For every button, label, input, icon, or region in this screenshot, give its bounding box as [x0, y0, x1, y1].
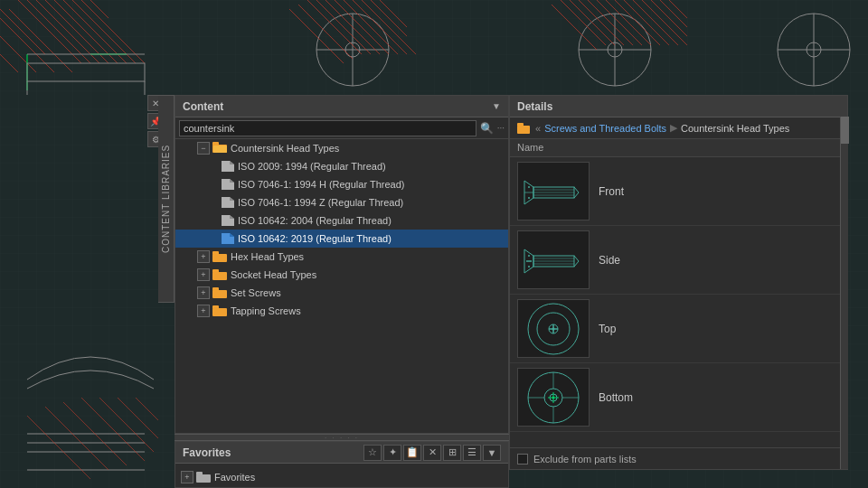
svg-rect-77: [212, 142, 219, 145]
svg-rect-100: [517, 123, 524, 127]
tree-item-set-screws[interactable]: + Set Screws: [175, 284, 508, 302]
folder-closed-icon-hex: [212, 251, 227, 262]
tree-label-hex-head: Hex Head Types: [231, 251, 505, 262]
content-tree: − Countersink Head Types ISO 2009: 1994 …: [175, 139, 508, 433]
resize-handle[interactable]: · · · · ·: [175, 434, 509, 441]
svg-line-118: [574, 261, 579, 267]
detail-item-side[interactable]: Side: [510, 226, 847, 295]
tree-item-iso-10642-2004[interactable]: ISO 10642: 2004 (Regular Thread): [175, 211, 508, 230]
content-panel: Content ▼ 🔍 ··· − Countersink Head Types: [175, 95, 509, 434]
favorites-remove-btn[interactable]: ✕: [423, 445, 441, 461]
tree-item-iso-7046-h[interactable]: ISO 7046-1: 1994 H (Regular Thread): [175, 175, 508, 193]
svg-marker-87: [222, 233, 234, 244]
thumbnail-front: [517, 162, 590, 221]
tree-label-iso-2009: ISO 2009: 1994 (Regular Thread): [238, 161, 505, 172]
svg-marker-80: [230, 161, 234, 164]
expand-icon-countersink[interactable]: −: [197, 142, 210, 155]
favorites-grid-btn[interactable]: ⊞: [443, 445, 461, 461]
breadcrumb-back[interactable]: «: [535, 123, 541, 134]
exclude-parts-checkbox[interactable]: [517, 454, 528, 465]
detail-item-top[interactable]: Top: [510, 295, 847, 363]
svg-marker-82: [230, 179, 234, 183]
svg-marker-85: [222, 215, 234, 226]
svg-line-108: [574, 192, 579, 198]
svg-marker-86: [230, 215, 234, 219]
svg-marker-81: [222, 179, 234, 190]
details-panel-header: Details: [510, 96, 847, 117]
tree-item-iso-10642-2019[interactable]: ISO 10642: 2019 (Regular Thread): [175, 230, 508, 248]
svg-rect-97: [196, 474, 211, 483]
expand-icon-hex-head[interactable]: +: [197, 250, 210, 263]
folder-closed-icon-tapping: [212, 305, 227, 316]
expand-icon-socket-head[interactable]: +: [197, 268, 210, 281]
svg-line-107: [574, 187, 579, 192]
tree-label-socket-head: Socket Head Types: [231, 269, 505, 280]
favorites-header: Favorites ☆ ✦ 📋 ✕ ⊞ ☰ ▼: [175, 442, 508, 464]
search-icon[interactable]: 🔍: [480, 122, 494, 135]
folder-open-icon: [212, 142, 227, 153]
details-footer: Exclude from parts lists: [510, 447, 847, 469]
svg-point-126: [552, 328, 554, 331]
file-icon-iso-7046-h: [222, 179, 234, 190]
favorites-content: + Favorites: [175, 464, 508, 488]
tree-item-tapping-screws[interactable]: + Tapping Screws: [175, 302, 508, 320]
detail-item-front[interactable]: Front: [510, 157, 847, 226]
breadcrumb-folder-icon: [517, 123, 530, 134]
expand-icon-set-screws[interactable]: +: [197, 286, 210, 299]
svg-marker-88: [230, 233, 234, 237]
details-scrollbar-track[interactable]: [840, 117, 848, 469]
tree-item-hex-head[interactable]: + Hex Head Types: [175, 248, 508, 266]
file-icon-iso-10642-2004: [222, 215, 234, 226]
svg-point-119: [528, 255, 530, 257]
detail-label-bottom: Bottom: [599, 391, 633, 404]
svg-rect-93: [212, 290, 227, 298]
details-scrollbar-thumb[interactable]: [841, 117, 849, 144]
content-libraries-tab[interactable]: CONTENT LIBRARIES: [158, 95, 175, 303]
svg-rect-95: [212, 308, 227, 316]
favorites-toolbar: ☆ ✦ 📋 ✕ ⊞ ☰ ▼: [363, 445, 501, 461]
svg-rect-89: [212, 254, 227, 262]
file-icon-iso-7046-z: [222, 197, 234, 208]
favorites-folder-icon: [196, 472, 211, 483]
favorites-expand-icon[interactable]: +: [181, 471, 193, 483]
file-icon-iso-2009: [222, 161, 234, 172]
tree-label-iso-7046-h: ISO 7046-1: 1994 H (Regular Thread): [238, 179, 505, 190]
tree-label-iso-7046-z: ISO 7046-1: 1994 Z (Regular Thread): [238, 197, 505, 208]
svg-line-117: [574, 256, 579, 261]
detail-label-front: Front: [599, 185, 624, 198]
svg-rect-90: [212, 251, 219, 255]
favorites-list-btn[interactable]: ☰: [463, 445, 481, 461]
thumbnail-bottom: [517, 368, 590, 427]
expand-icon-tapping-screws[interactable]: +: [197, 305, 210, 317]
tree-label-set-screws: Set Screws: [231, 287, 505, 298]
favorites-copy-btn[interactable]: 📋: [403, 445, 421, 461]
detail-item-bottom[interactable]: Bottom: [510, 363, 847, 432]
search-more-button[interactable]: ···: [497, 123, 505, 133]
thumbnail-side: [517, 230, 590, 289]
content-search-input[interactable]: [179, 120, 476, 136]
detail-label-side: Side: [599, 254, 620, 267]
favorites-star-btn[interactable]: ✦: [383, 445, 401, 461]
tree-item-iso-7046-z[interactable]: ISO 7046-1: 1994 Z (Regular Thread): [175, 193, 508, 211]
details-col-header: Name: [510, 139, 847, 157]
svg-rect-99: [517, 126, 530, 134]
svg-point-109: [528, 186, 530, 188]
tree-item-socket-head[interactable]: + Socket Head Types: [175, 266, 508, 284]
tree-item-countersink-head[interactable]: − Countersink Head Types: [175, 139, 508, 157]
exclude-parts-label: Exclude from parts lists: [533, 454, 637, 465]
tree-label-iso-10642-2004: ISO 10642: 2004 (Regular Thread): [238, 215, 505, 226]
details-name-col: Name: [517, 142, 543, 153]
tree-item-iso-2009[interactable]: ISO 2009: 1994 (Regular Thread): [175, 157, 508, 175]
favorites-more-btn[interactable]: ▼: [483, 445, 501, 461]
breadcrumb: « Screws and Threaded Bolts ▶ Countersin…: [510, 117, 847, 139]
svg-rect-98: [196, 472, 203, 475]
svg-marker-79: [222, 161, 234, 172]
breadcrumb-parent[interactable]: Screws and Threaded Bolts: [544, 123, 666, 134]
tree-label-tapping-screws: Tapping Screws: [231, 305, 505, 316]
favorites-add-btn[interactable]: ☆: [363, 445, 382, 461]
details-scroll-area[interactable]: Front: [510, 157, 847, 447]
file-icon-iso-10642-2019: [222, 233, 234, 244]
content-search-bar: 🔍 ···: [175, 117, 508, 139]
content-panel-dropdown[interactable]: ▼: [492, 101, 501, 111]
breadcrumb-separator: ▶: [670, 122, 677, 134]
